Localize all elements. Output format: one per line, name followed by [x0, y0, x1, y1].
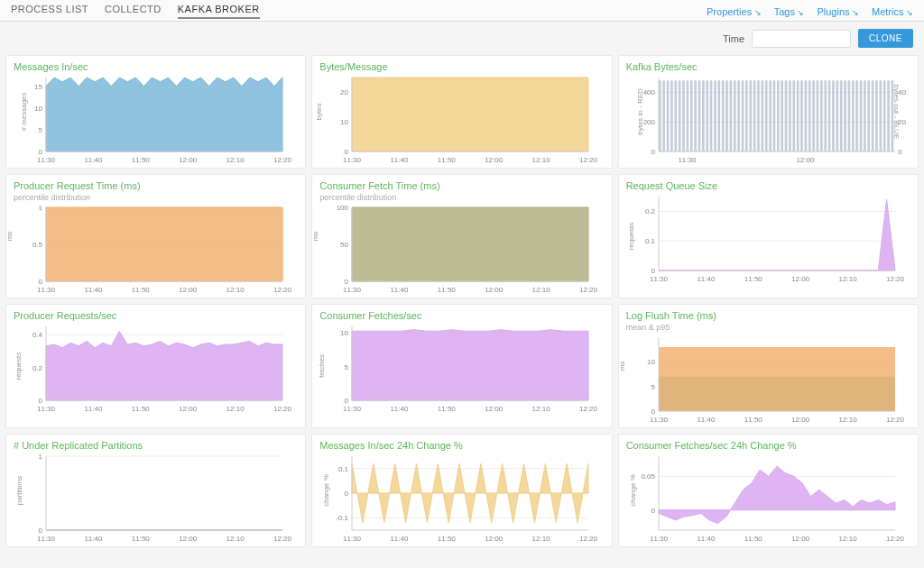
- svg-text:11:30: 11:30: [650, 535, 669, 543]
- top-bar: PROCESS LISTCOLLECTDKAFKA BROKER Propert…: [0, 0, 924, 22]
- svg-text:5: 5: [39, 126, 43, 134]
- panel-p11: Consumer Fetches/sec 24h Change %change …: [618, 434, 919, 547]
- svg-text:0: 0: [651, 507, 655, 515]
- time-label: Time: [723, 33, 744, 44]
- link-tags[interactable]: Tags: [774, 6, 805, 17]
- svg-text:5: 5: [345, 363, 349, 371]
- right-links: PropertiesTagsPluginsMetrics: [707, 6, 913, 17]
- svg-text:11:50: 11:50: [132, 156, 151, 164]
- panel-subtitle: mean & p95: [626, 323, 910, 332]
- svg-rect-42: [662, 80, 665, 151]
- svg-rect-67: [761, 80, 763, 151]
- svg-rect-52: [702, 80, 705, 151]
- svg-text:12:00: 12:00: [485, 405, 504, 413]
- svg-text:0: 0: [651, 408, 655, 416]
- chart: 0111:3011:4011:5012:0012:1012:20: [14, 453, 293, 543]
- panel-title: Messages In/sec: [14, 61, 298, 72]
- svg-text:0: 0: [651, 267, 655, 275]
- tab-collectd[interactable]: COLLECTD: [105, 4, 162, 19]
- svg-rect-59: [729, 80, 732, 151]
- svg-text:0: 0: [345, 397, 349, 405]
- svg-rect-57: [722, 80, 725, 151]
- svg-rect-88: [844, 80, 846, 151]
- time-input[interactable]: [752, 30, 851, 48]
- svg-text:11:40: 11:40: [84, 286, 103, 294]
- chart: 05010011:3011:4011:5012:0012:1012:20: [319, 204, 599, 294]
- tab-kafka-broker[interactable]: KAFKA BROKER: [178, 4, 260, 19]
- panel-title: Kafka Bytes/sec: [626, 61, 910, 72]
- svg-text:11:50: 11:50: [744, 275, 762, 283]
- svg-text:11:40: 11:40: [391, 535, 410, 543]
- svg-rect-84: [827, 80, 830, 151]
- svg-rect-45: [674, 80, 677, 151]
- svg-text:0.05: 0.05: [641, 472, 655, 481]
- y-axis-label: requests: [14, 353, 23, 380]
- svg-text:11:40: 11:40: [697, 535, 716, 543]
- svg-rect-48: [686, 80, 688, 151]
- panel-title: Producer Requests/sec: [14, 310, 298, 321]
- link-plugins[interactable]: Plugins: [817, 6, 859, 17]
- svg-rect-92: [859, 80, 862, 151]
- chart: 00.0511:3011:4011:5012:0012:1012:20: [626, 453, 906, 543]
- svg-text:11:30: 11:30: [37, 156, 56, 164]
- panel-p5: Request Queue Sizerequests00.10.211:3011…: [618, 174, 919, 298]
- svg-rect-58: [725, 80, 728, 151]
- svg-rect-73: [784, 80, 787, 151]
- svg-rect-44: [670, 80, 673, 151]
- link-properties[interactable]: Properties: [707, 6, 762, 17]
- chart: 051011:3011:4011:5012:0012:1012:20: [626, 334, 906, 424]
- panel-subtitle: percentile distribution: [14, 193, 298, 202]
- panel-title: Consumer Fetches/sec: [319, 310, 604, 321]
- svg-text:11:50: 11:50: [438, 535, 457, 543]
- svg-rect-51: [698, 80, 700, 151]
- svg-text:12:20: 12:20: [579, 405, 598, 413]
- svg-rect-56: [717, 80, 720, 151]
- svg-rect-62: [741, 80, 744, 151]
- y-axis-label: change %: [323, 474, 331, 507]
- svg-text:11:30: 11:30: [678, 156, 697, 164]
- svg-rect-50: [694, 80, 697, 151]
- svg-rect-60: [734, 80, 736, 151]
- svg-rect-63: [745, 80, 748, 151]
- svg-text:12:00: 12:00: [179, 535, 198, 543]
- chart: 00.10.211:3011:4011:5012:0012:1012:20: [626, 193, 906, 283]
- clone-button[interactable]: CLONE: [858, 29, 913, 48]
- svg-text:10: 10: [340, 118, 348, 126]
- svg-rect-55: [714, 80, 716, 151]
- panel-title: Request Queue Size: [626, 180, 910, 191]
- y-axis-label: ms: [311, 232, 319, 242]
- svg-rect-79: [808, 80, 811, 151]
- svg-text:15: 15: [34, 83, 42, 91]
- svg-rect-78: [804, 80, 807, 151]
- svg-text:11:30: 11:30: [343, 156, 362, 164]
- svg-text:0: 0: [345, 148, 349, 156]
- svg-text:10: 10: [34, 105, 42, 113]
- chart: -0.100.111:3011:4011:5012:0012:1012:20: [319, 453, 599, 543]
- svg-text:12:10: 12:10: [226, 286, 245, 294]
- svg-text:12:00: 12:00: [485, 156, 504, 164]
- tab-process-list[interactable]: PROCESS LIST: [11, 4, 88, 19]
- svg-text:12:20: 12:20: [273, 286, 292, 294]
- svg-text:0: 0: [651, 148, 655, 156]
- svg-text:12:10: 12:10: [226, 156, 245, 164]
- panel-title: Messages In/sec 24h Change %: [319, 440, 604, 451]
- svg-text:11:40: 11:40: [697, 416, 716, 424]
- svg-text:100: 100: [337, 204, 349, 212]
- svg-rect-77: [800, 80, 803, 151]
- chart: 05101511:3011:4011:5012:0012:1012:20: [14, 74, 293, 164]
- svg-text:11:40: 11:40: [391, 286, 410, 294]
- svg-text:11:40: 11:40: [84, 535, 103, 543]
- svg-rect-61: [737, 80, 740, 151]
- svg-text:0.2: 0.2: [32, 364, 43, 372]
- svg-text:12:20: 12:20: [886, 535, 905, 543]
- svg-text:12:10: 12:10: [532, 286, 551, 294]
- svg-text:12:20: 12:20: [886, 416, 905, 424]
- svg-text:0: 0: [39, 278, 43, 286]
- svg-text:11:30: 11:30: [650, 275, 669, 283]
- svg-rect-94: [867, 80, 870, 151]
- svg-text:11:30: 11:30: [37, 535, 56, 543]
- panel-p7: Consumer Fetches/secfetches051011:3011:4…: [311, 304, 612, 428]
- panel-p0: Messages In/sec# messages05101511:3011:4…: [5, 55, 306, 169]
- svg-rect-46: [678, 80, 680, 151]
- link-metrics[interactable]: Metrics: [872, 6, 913, 17]
